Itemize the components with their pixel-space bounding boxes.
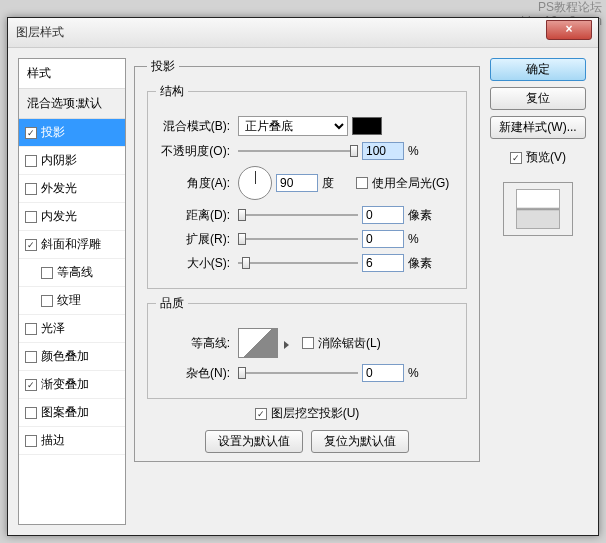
distance-input[interactable] [362, 206, 404, 224]
size-unit: 像素 [408, 255, 438, 272]
style-label: 纹理 [57, 292, 81, 309]
style-checkbox[interactable] [41, 267, 53, 279]
blend-mode-label: 混合模式(B): [156, 118, 234, 135]
reset-default-button[interactable]: 复位为默认值 [311, 430, 409, 453]
blend-mode-select[interactable]: 正片叠底 [238, 116, 348, 136]
cancel-button[interactable]: 复位 [490, 87, 586, 110]
style-item-5[interactable]: 等高线 [19, 259, 125, 287]
noise-slider[interactable] [238, 366, 358, 380]
style-item-0[interactable]: 投影 [19, 119, 125, 147]
style-checkbox[interactable] [25, 407, 37, 419]
angle-input[interactable] [276, 174, 318, 192]
contour-picker[interactable] [238, 328, 278, 358]
effect-fieldset: 投影 结构 混合模式(B): 正片叠底 不透明度(O): % [134, 58, 480, 462]
global-light-checkbox[interactable] [356, 177, 368, 189]
style-item-9[interactable]: 渐变叠加 [19, 371, 125, 399]
angle-unit: 度 [322, 175, 352, 192]
preview-swatch [516, 189, 560, 229]
style-checkbox[interactable] [25, 183, 37, 195]
structure-fieldset: 结构 混合模式(B): 正片叠底 不透明度(O): % [147, 83, 467, 289]
close-button[interactable]: × [546, 20, 592, 40]
ok-button[interactable]: 确定 [490, 58, 586, 81]
distance-slider[interactable] [238, 208, 358, 222]
size-label: 大小(S): [156, 255, 234, 272]
titlebar[interactable]: 图层样式 × [8, 18, 598, 48]
style-item-3[interactable]: 内发光 [19, 203, 125, 231]
style-checkbox[interactable] [25, 351, 37, 363]
set-default-button[interactable]: 设置为默认值 [205, 430, 303, 453]
style-item-7[interactable]: 光泽 [19, 315, 125, 343]
antialias-label: 消除锯齿(L) [318, 335, 381, 352]
dialog-content: 样式 混合选项:默认 投影内阴影外发光内发光斜面和浮雕等高线纹理光泽颜色叠加渐变… [8, 48, 598, 535]
quality-legend: 品质 [156, 295, 188, 312]
opacity-input[interactable] [362, 142, 404, 160]
spread-input[interactable] [362, 230, 404, 248]
spread-unit: % [408, 232, 438, 246]
structure-legend: 结构 [156, 83, 188, 100]
global-light-label: 使用全局光(G) [372, 175, 449, 192]
knockout-label: 图层挖空投影(U) [271, 405, 360, 422]
spread-label: 扩展(R): [156, 231, 234, 248]
preview-box [503, 182, 573, 236]
style-item-11[interactable]: 描边 [19, 427, 125, 455]
style-checkbox[interactable] [25, 379, 37, 391]
style-item-8[interactable]: 颜色叠加 [19, 343, 125, 371]
quality-fieldset: 品质 等高线: 消除锯齿(L) 杂色(N): % [147, 295, 467, 399]
style-item-6[interactable]: 纹理 [19, 287, 125, 315]
opacity-label: 不透明度(O): [156, 143, 234, 160]
layer-style-dialog: 图层样式 × 样式 混合选项:默认 投影内阴影外发光内发光斜面和浮雕等高线纹理光… [7, 17, 599, 536]
style-label: 渐变叠加 [41, 376, 89, 393]
style-label: 内发光 [41, 208, 77, 225]
shadow-color-swatch[interactable] [352, 117, 382, 135]
preview-label: 预览(V) [526, 149, 566, 166]
style-label: 颜色叠加 [41, 348, 89, 365]
style-label: 外发光 [41, 180, 77, 197]
noise-label: 杂色(N): [156, 365, 234, 382]
style-label: 内阴影 [41, 152, 77, 169]
effect-title: 投影 [147, 58, 179, 75]
size-slider[interactable] [238, 256, 358, 270]
style-checkbox[interactable] [25, 155, 37, 167]
angle-label: 角度(A): [156, 175, 234, 192]
new-style-button[interactable]: 新建样式(W)... [490, 116, 586, 139]
preview-checkbox[interactable] [510, 152, 522, 164]
style-checkbox[interactable] [25, 239, 37, 251]
style-checkbox[interactable] [25, 435, 37, 447]
style-label: 投影 [41, 124, 65, 141]
spread-slider[interactable] [238, 232, 358, 246]
size-input[interactable] [362, 254, 404, 272]
antialias-checkbox[interactable] [302, 337, 314, 349]
noise-input[interactable] [362, 364, 404, 382]
dialog-title: 图层样式 [16, 24, 64, 41]
blend-options-default[interactable]: 混合选项:默认 [19, 89, 125, 119]
distance-unit: 像素 [408, 207, 438, 224]
noise-unit: % [408, 366, 438, 380]
style-checkbox[interactable] [41, 295, 53, 307]
style-checkbox[interactable] [25, 127, 37, 139]
style-label: 描边 [41, 432, 65, 449]
right-panel: 确定 复位 新建样式(W)... 预览(V) [488, 58, 588, 525]
style-checkbox[interactable] [25, 211, 37, 223]
style-label: 斜面和浮雕 [41, 236, 101, 253]
opacity-unit: % [408, 144, 438, 158]
style-item-2[interactable]: 外发光 [19, 175, 125, 203]
knockout-checkbox[interactable] [255, 408, 267, 420]
style-label: 光泽 [41, 320, 65, 337]
style-item-1[interactable]: 内阴影 [19, 147, 125, 175]
style-label: 图案叠加 [41, 404, 89, 421]
main-panel: 投影 结构 混合模式(B): 正片叠底 不透明度(O): % [134, 58, 480, 525]
styles-header: 样式 [19, 59, 125, 89]
contour-label: 等高线: [156, 335, 234, 352]
style-item-4[interactable]: 斜面和浮雕 [19, 231, 125, 259]
style-label: 等高线 [57, 264, 93, 281]
angle-dial[interactable] [238, 166, 272, 200]
style-checkbox[interactable] [25, 323, 37, 335]
style-item-10[interactable]: 图案叠加 [19, 399, 125, 427]
distance-label: 距离(D): [156, 207, 234, 224]
opacity-slider[interactable] [238, 144, 358, 158]
styles-panel: 样式 混合选项:默认 投影内阴影外发光内发光斜面和浮雕等高线纹理光泽颜色叠加渐变… [18, 58, 126, 525]
